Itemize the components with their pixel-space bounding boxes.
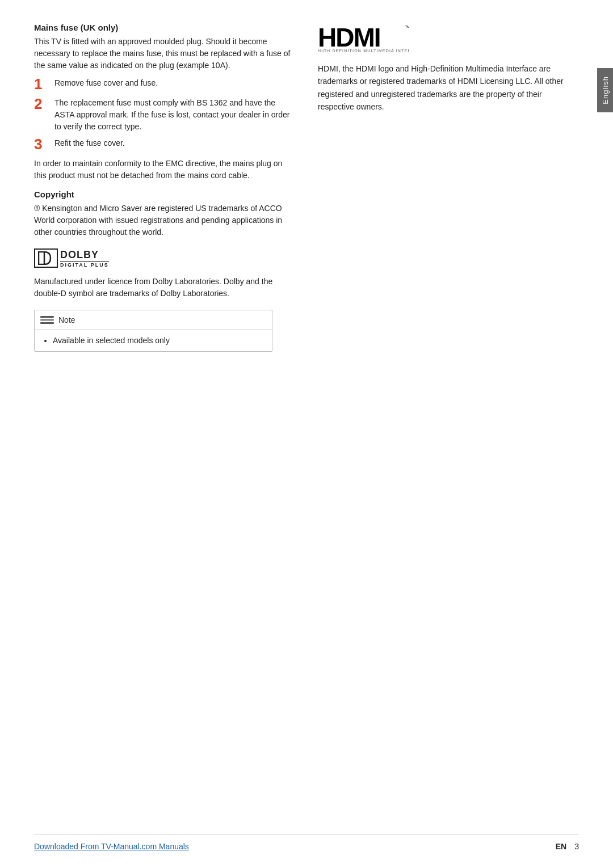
step-3-num: 3 [34, 136, 54, 153]
note-item-1: Available in selected models only [53, 335, 264, 347]
dolby-text-block: DOLBY DIGITAL PLUS [60, 250, 109, 268]
svg-rect-0 [39, 252, 44, 264]
note-content: Available in selected models only [35, 330, 272, 351]
step-3-text: Refit the fuse cover. [54, 137, 295, 149]
right-column: HDMI ™ HIGH DEFINITION MULTIMEDIA INTERF… [318, 23, 579, 800]
footer-page-number: 3 [574, 842, 579, 851]
hdmi-logo-svg: HDMI ™ HIGH DEFINITION MULTIMEDIA INTERF… [318, 23, 409, 53]
footer: Downloaded From TV-Manual.com Manuals EN… [34, 835, 579, 851]
copyright-text: ® Kensington and Micro Saver are registe… [34, 203, 295, 238]
note-icon-line-1 [40, 316, 54, 318]
note-icon-line-3 [40, 322, 54, 324]
mains-fuse-section: Mains fuse (UK only) This TV is fitted w… [34, 23, 295, 182]
dolby-double-d [38, 251, 54, 265]
dolby-subtitle: DIGITAL PLUS [60, 261, 109, 268]
svg-text:™: ™ [405, 24, 409, 31]
note-icon [40, 314, 54, 326]
note-label: Note [58, 315, 75, 325]
note-header: Note [35, 310, 272, 330]
content-area: Mains fuse (UK only) This TV is fitted w… [34, 23, 579, 800]
step-1-num: 1 [34, 76, 54, 92]
hdmi-description: HDMI, the HDMI logo and High-Definition … [318, 62, 579, 113]
note-icon-line-2 [40, 319, 54, 321]
dolby-name: DOLBY [60, 250, 109, 260]
copyright-section: Copyright ® Kensington and Micro Saver a… [34, 189, 295, 238]
footer-lang: EN [556, 842, 566, 851]
step-1-text: Remove fuse cover and fuse. [54, 77, 295, 89]
step-1: 1 Remove fuse cover and fuse. [34, 77, 295, 92]
dolby-manufactured-text: Manufactured under licence from Dolby La… [34, 276, 295, 300]
left-column: Mains fuse (UK only) This TV is fitted w… [34, 23, 295, 800]
svg-text:HDMI: HDMI [318, 23, 380, 52]
mains-fuse-steps: 1 Remove fuse cover and fuse. 2 The repl… [34, 77, 295, 152]
note-box: Note Available in selected models only [34, 310, 272, 352]
footer-link[interactable]: Downloaded From TV-Manual.com Manuals [34, 842, 189, 851]
dolby-dd-icon [38, 251, 54, 265]
sidebar-tab-label: English [601, 76, 610, 104]
copyright-title: Copyright [34, 189, 295, 199]
dolby-logo: DOLBY DIGITAL PLUS [34, 248, 295, 268]
mains-fuse-intro: This TV is fitted with an approved mould… [34, 36, 295, 71]
emc-text: In order to maintain conformity to the E… [34, 158, 295, 182]
dolby-logo-box [34, 248, 58, 268]
footer-right: EN 3 [556, 842, 579, 851]
page-container: Mains fuse (UK only) This TV is fitted w… [0, 0, 613, 868]
step-3: 3 Refit the fuse cover. [34, 137, 295, 153]
step-2: 2 The replacement fuse must comply with … [34, 97, 295, 133]
step-2-text: The replacement fuse must comply with BS… [54, 97, 295, 133]
mains-fuse-title: Mains fuse (UK only) [34, 23, 295, 32]
hdmi-logo-container: HDMI ™ HIGH DEFINITION MULTIMEDIA INTERF… [318, 23, 579, 53]
sidebar-tab: English [597, 68, 613, 112]
note-list: Available in selected models only [43, 335, 264, 347]
step-2-num: 2 [34, 96, 54, 112]
svg-text:HIGH DEFINITION MULTIMEDIA INT: HIGH DEFINITION MULTIMEDIA INTERFACE [318, 49, 409, 53]
